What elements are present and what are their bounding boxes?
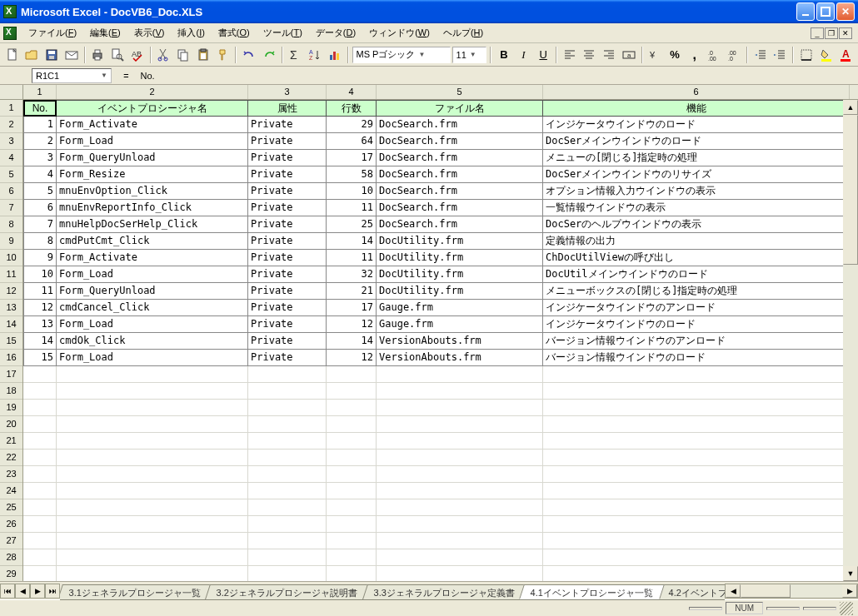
table-cell[interactable] [543,566,850,581]
table-cell[interactable] [57,483,248,499]
underline-icon[interactable]: U [534,46,552,64]
menu-item[interactable]: 書式(O) [212,24,257,42]
table-cell[interactable]: Private [248,316,327,333]
table-cell[interactable] [543,383,850,400]
row-header[interactable]: 2 [0,117,22,133]
table-cell[interactable] [377,516,543,533]
cut-icon[interactable] [155,46,173,64]
table-cell[interactable] [543,366,850,383]
table-cell[interactable] [23,416,57,433]
row-header[interactable]: 14 [0,316,22,333]
comma-icon[interactable]: , [686,46,704,64]
row-header[interactable]: 13 [0,300,22,316]
align-right-icon[interactable] [600,46,618,64]
table-cell[interactable]: 8 [23,233,57,250]
column-header[interactable]: 4 [327,85,377,99]
table-cell[interactable] [23,483,57,499]
table-cell[interactable] [543,533,850,549]
table-cell[interactable]: DocUtility.frm [377,233,543,250]
chart-wizard-icon[interactable] [326,46,344,64]
doc-minimize-button[interactable]: _ [811,27,824,39]
font-size-combo[interactable]: 11 ▼ [452,47,486,63]
tab-next-button[interactable]: ▶ [30,584,45,599]
table-header-cell[interactable]: イベントプロシージャ名 [57,100,248,117]
name-box[interactable]: R1C1 ▼ [32,68,112,83]
table-cell[interactable] [248,566,327,581]
table-cell[interactable]: 6 [23,200,57,216]
column-header[interactable]: 1 [23,85,57,99]
table-cell[interactable]: Private [248,233,327,250]
table-cell[interactable] [23,400,57,416]
table-cell[interactable]: 2 [23,133,57,150]
table-cell[interactable] [248,400,327,416]
table-cell[interactable]: 7 [23,216,57,233]
font-color-icon[interactable]: A [837,46,856,64]
row-header[interactable]: 3 [0,133,22,150]
table-cell[interactable]: Gauge.frm [377,300,543,316]
doc-close-button[interactable]: ✕ [839,27,852,39]
menu-item[interactable]: ツール(T) [257,24,309,42]
table-cell[interactable] [23,516,57,533]
font-name-combo[interactable]: MS Pゴシック ▼ [352,47,451,63]
table-cell[interactable]: 14 [327,333,377,350]
table-cell[interactable]: インジケータウインドウのアンロード [543,300,850,316]
table-cell[interactable]: 10 [327,183,377,200]
increase-decimal-icon[interactable]: .0.00 [706,46,724,64]
table-cell[interactable]: オプション情報入力ウインドウの表示 [543,183,850,200]
table-cell[interactable] [543,466,850,483]
table-cell[interactable] [543,450,850,466]
table-cell[interactable]: Private [248,350,327,366]
table-cell[interactable]: DocSearch.frm [377,216,543,233]
table-cell[interactable]: Private [248,200,327,216]
table-cell[interactable] [377,416,543,433]
table-cell[interactable] [248,483,327,499]
row-header[interactable]: 1 [0,100,22,117]
table-cell[interactable] [543,549,850,566]
table-cell[interactable]: DocSerメインウインドウのロード [543,133,850,150]
row-header[interactable]: 21 [0,433,22,450]
table-cell[interactable]: Form_Load [57,316,248,333]
row-header[interactable]: 26 [0,516,22,533]
row-header[interactable]: 22 [0,450,22,466]
table-cell[interactable] [57,450,248,466]
table-cell[interactable] [57,533,248,549]
table-cell[interactable] [248,366,327,383]
fill-color-icon[interactable] [817,46,836,64]
table-header-cell[interactable]: No. [23,100,57,117]
table-cell[interactable] [23,383,57,400]
table-cell[interactable]: 15 [23,350,57,366]
table-cell[interactable]: DocSearch.frm [377,166,543,183]
table-cell[interactable]: Form_Load [57,350,248,366]
row-header[interactable]: 4 [0,150,22,166]
table-cell[interactable] [327,400,377,416]
table-cell[interactable]: 11 [23,283,57,300]
table-cell[interactable]: 9 [23,250,57,266]
table-cell[interactable]: 29 [327,117,377,133]
table-cell[interactable]: 11 [327,200,377,216]
table-cell[interactable] [543,433,850,450]
paste-icon[interactable] [194,46,212,64]
formula-content[interactable]: No. [140,71,855,81]
table-cell[interactable]: cmdCancel_Click [57,300,248,316]
table-cell[interactable]: 32 [327,266,377,283]
tab-first-button[interactable]: ⏮ [0,584,15,599]
table-cell[interactable] [327,466,377,483]
scroll-track[interactable] [741,584,842,598]
table-cell[interactable]: 3 [23,150,57,166]
table-cell[interactable] [57,516,248,533]
column-header[interactable]: 6 [543,85,850,99]
table-cell[interactable]: DocUtility.frm [377,283,543,300]
table-cell[interactable]: 5 [23,183,57,200]
autosum-icon[interactable]: Σ [287,46,305,64]
row-header[interactable]: 24 [0,483,22,499]
table-cell[interactable] [377,383,543,400]
print-preview-icon[interactable] [108,46,127,64]
row-header[interactable]: 23 [0,466,22,483]
table-cell[interactable]: 17 [327,300,377,316]
table-cell[interactable] [377,400,543,416]
email-icon[interactable] [62,46,81,64]
row-header[interactable]: 9 [0,233,22,250]
row-header[interactable]: 28 [0,549,22,566]
table-cell[interactable] [248,533,327,549]
decrease-decimal-icon[interactable]: .00.0 [725,46,743,64]
